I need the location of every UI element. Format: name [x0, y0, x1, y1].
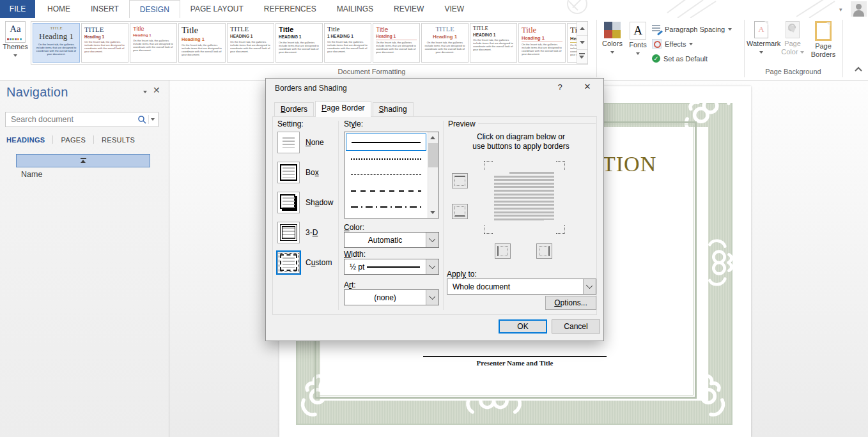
setting-option-3-d[interactable]: 3-D — [277, 222, 333, 243]
apply-to-combobox[interactable]: Whole document — [447, 279, 596, 295]
themes-label: Themes — [3, 43, 28, 50]
style-set-thumbnail[interactable]: Title1 HEADING 1On the Insert tab, the g… — [324, 23, 371, 63]
style-scrollbar[interactable] — [428, 132, 438, 218]
style-set-thumbnail[interactable]: TITLEHEADING 1On the Insert tab, the gal… — [227, 23, 274, 63]
chevron-down-icon[interactable] — [426, 290, 438, 305]
line-style-option-dash-large[interactable] — [346, 183, 426, 199]
scroll-down-icon[interactable] — [430, 211, 435, 214]
dialog-help-button[interactable]: ? — [552, 82, 568, 94]
scroll-up-icon[interactable] — [430, 136, 435, 139]
ribbon-tab-view[interactable]: VIEW — [434, 0, 474, 17]
style-set-thumbnail[interactable]: TitleHEADING 1On the Insert tab, the gal… — [275, 23, 323, 63]
fonts-button[interactable]: A Fonts — [626, 20, 649, 79]
style-set-thumbnail[interactable]: TitleHeading 1On the Insert tab, the gal… — [130, 23, 177, 63]
dialog-tab-borders[interactable]: Borders — [274, 102, 314, 116]
navigation-tabs: HEADINGSPAGESRESULTS — [6, 135, 143, 144]
art-combobox[interactable]: (none) — [344, 289, 439, 305]
style-set-thumbnail[interactable]: TitleHeading 1On the Insert tab, the gal… — [178, 23, 226, 63]
ribbon-tab-design[interactable]: DESIGN — [129, 0, 180, 19]
paragraph-spacing-button[interactable]: Paragraph Spacing — [652, 22, 743, 36]
collapse-ribbon-icon[interactable] — [855, 66, 862, 72]
ribbon-tab-insert[interactable]: INSERT — [81, 0, 129, 17]
thumbnail-title: Title — [376, 26, 417, 33]
gallery-more-button[interactable] — [577, 50, 587, 64]
search-icon[interactable] — [137, 115, 146, 124]
set-as-default-button[interactable]: ✓ Set as Default — [652, 51, 743, 66]
navigation-options-icon[interactable] — [143, 91, 147, 93]
tab-file[interactable]: FILE — [0, 0, 35, 18]
apply-right-border-button[interactable] — [536, 243, 552, 259]
setting-option-box[interactable]: Box — [277, 162, 333, 183]
apply-left-border-button[interactable] — [495, 243, 511, 259]
watermark-icon: A — [754, 21, 768, 38]
search-dropdown-icon[interactable] — [151, 118, 155, 121]
thumbnail-title: Title — [133, 26, 174, 33]
gallery-scroll-down-button[interactable] — [577, 36, 587, 50]
thumbnail-body-text: On the Insert tab, the galleries include… — [424, 41, 465, 54]
dialog-title[interactable]: Borders and Shading — [275, 84, 347, 93]
color-combobox[interactable]: Automatic — [344, 232, 439, 248]
nav-tab-headings[interactable]: HEADINGS — [6, 136, 45, 144]
dialog-tab-shading[interactable]: Shading — [373, 102, 414, 116]
heading-item[interactable]: Name — [21, 170, 42, 179]
style-set-thumbnail[interactable]: TitleHeading 1On the Insert tab, the gal… — [567, 23, 577, 63]
heading-item-selected[interactable] — [16, 154, 150, 167]
page-borders-icon — [815, 21, 832, 41]
effects-button[interactable]: Effects — [652, 36, 743, 51]
style-set-thumbnail[interactable]: TITLEHEADING 1On the Insert tab, the gal… — [470, 23, 517, 63]
style-set-thumbnail[interactable]: TitleHeading 1On the Insert tab, the gal… — [518, 23, 566, 63]
thumbnail-heading: HEADING 1 — [279, 34, 320, 40]
dialog-tab-page-border[interactable]: Page Border — [315, 101, 371, 117]
titlebar-circuit-decoration — [536, 0, 868, 18]
chevron-down-icon[interactable] — [583, 279, 596, 294]
user-avatar[interactable] — [851, 1, 867, 17]
setting-option-custom[interactable]: Custom — [277, 252, 333, 273]
dialog-close-button[interactable]: ✕ — [578, 82, 597, 94]
style-set-thumbnail[interactable]: TITLEHeading 1On the Insert tab, the gal… — [81, 23, 128, 63]
width-combobox[interactable]: ½ pt — [344, 259, 439, 275]
ribbon-tab-bar: FILE HOMEINSERTDESIGNPAGE LAYOUTREFERENC… — [0, 0, 868, 19]
style-set-thumbnail[interactable]: TITLEHeading 1On the Insert tab, the gal… — [33, 23, 80, 63]
style-set-thumbnail[interactable]: TitleHeading 1On the Insert tab, the gal… — [373, 23, 420, 63]
apply-bottom-border-button[interactable] — [452, 204, 468, 219]
thumbnail-heading: HEADING 1 — [473, 33, 514, 38]
options-button[interactable]: Options... — [545, 296, 596, 310]
search-box — [5, 112, 159, 127]
signature-caption: Presenter Name and Title — [423, 359, 607, 367]
thumbnail-heading: Heading 1 — [522, 35, 562, 42]
chevron-down-icon[interactable] — [426, 233, 438, 247]
thumbnail-heading: Heading 1 — [376, 34, 417, 40]
ribbon-tab-home[interactable]: HOME — [37, 0, 81, 17]
preview-page-diagram[interactable] — [494, 172, 554, 222]
line-style-option-dash-dot[interactable] — [346, 199, 426, 215]
collapse-heading-icon[interactable] — [81, 158, 86, 164]
ribbon-tab-review[interactable]: REVIEW — [384, 0, 434, 17]
line-style-option-dotted[interactable] — [346, 151, 426, 167]
gallery-scroll-up-button[interactable] — [577, 22, 587, 36]
ribbon-tab-references[interactable]: REFERENCES — [254, 0, 327, 17]
nav-tab-results[interactable]: RESULTS — [102, 136, 135, 144]
line-style-option-solid[interactable] — [346, 134, 426, 151]
cancel-button[interactable]: Cancel — [552, 319, 600, 334]
setting-option-none[interactable]: None — [277, 132, 333, 153]
apply-top-border-button[interactable] — [452, 173, 468, 188]
ribbon-stack: Paragraph Spacing Effects ✓ Set as Defau… — [652, 22, 743, 66]
navigation-close-icon[interactable]: ✕ — [153, 86, 160, 95]
style-set-thumbnail[interactable]: TITLEHeading 1On the Insert tab, the gal… — [421, 23, 469, 63]
ribbon-display-options-icon[interactable]: ▾ — [839, 7, 847, 12]
thumbnail-heading: Heading 1 — [182, 36, 222, 43]
ribbon-tab-mailings[interactable]: MAILINGS — [327, 0, 384, 17]
ok-button[interactable]: OK — [499, 319, 547, 334]
setting-option-label: None — [306, 138, 324, 147]
ribbon-tab-page-layout[interactable]: PAGE LAYOUT — [180, 0, 254, 17]
thumbnail-heading: Heading 1 — [36, 31, 77, 42]
scroll-thumb[interactable] — [428, 143, 438, 167]
colors-button[interactable]: Colors — [600, 20, 625, 79]
search-input[interactable] — [6, 115, 137, 124]
line-style-option-dash-small[interactable] — [346, 167, 426, 183]
chevron-down-icon[interactable] — [426, 259, 438, 274]
preview-hint-line2: use buttons to apply borders — [449, 142, 593, 151]
setting-option-shadow[interactable]: Shadow — [277, 192, 333, 213]
nav-tab-pages[interactable]: PAGES — [61, 136, 86, 144]
preview-label: Preview — [448, 119, 476, 128]
